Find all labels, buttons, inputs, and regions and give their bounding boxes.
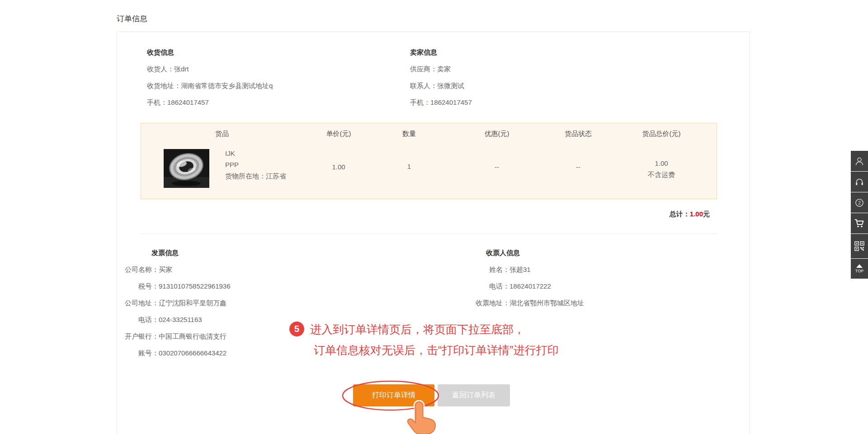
shipping-receiver-value: 张drt <box>174 65 189 73</box>
invoice-account-value: 030207066666643422 <box>159 349 226 357</box>
section-divider <box>141 233 717 234</box>
sidebar-help-button[interactable]: 2 <box>851 192 868 213</box>
receiver-name-value: 张超31 <box>509 266 531 273</box>
back-to-top-label: TOP <box>855 269 863 273</box>
invoice-taxno-value: 9131010758522961936 <box>159 282 231 290</box>
seller-contact-label: 联系人： <box>410 82 437 89</box>
help-circle-icon: 2 <box>855 198 864 207</box>
receiver-phone-value: 18624017222 <box>509 282 551 290</box>
col-header-total-price: 货品总价(元) <box>625 130 698 138</box>
invoice-bank-label: 开户银行： <box>118 331 159 341</box>
cell-total-price: 1.00 不含运费 <box>625 158 698 180</box>
invoice-bank-value: 中国工商银行临清支行 <box>159 332 226 340</box>
annotation-line-1: 进入到订单详情页后，将页面下拉至底部， <box>310 322 525 337</box>
receiver-address-row: 收票地址：湖北省鄂州市鄂城区地址 <box>469 298 584 308</box>
invoice-phone-value: 024-33251163 <box>159 316 202 323</box>
seller-supplier-label: 供应商： <box>410 65 437 73</box>
invoice-company-value: 买家 <box>159 266 172 273</box>
qrcode-icon <box>854 241 864 251</box>
cell-quantity: 1 <box>373 163 445 170</box>
shipping-phone-row: 手机：18624017457 <box>147 98 273 107</box>
shipping-receiver-row: 收货人：张drt <box>147 64 273 74</box>
invoice-info-heading: 发票信息 <box>151 248 179 258</box>
order-detail-card: 收货信息 收货人：张drt 收货地址：湖南省常德市安乡县测试地址q 手机：186… <box>117 32 750 434</box>
sidebar-service-button[interactable] <box>851 172 868 192</box>
seller-info-heading: 卖家信息 <box>410 47 472 57</box>
seller-contact-value: 张微测试 <box>437 82 464 89</box>
page-title: 订单信息 <box>117 14 147 24</box>
receiver-phone-row: 电话：18624017222 <box>469 281 584 291</box>
invoice-receiver-section: 姓名：张超31 电话：18624017222 收票地址：湖北省鄂州市鄂城区地址 <box>469 265 584 315</box>
cart-icon <box>854 219 864 229</box>
order-total: 总计：1.00元 <box>670 210 710 219</box>
svg-text:2: 2 <box>858 200 861 205</box>
col-header-goods: 货品 <box>186 130 258 138</box>
seller-phone-row: 手机：18624017457 <box>410 98 472 107</box>
shipping-address-label: 收货地址： <box>147 82 181 89</box>
receiver-name-label: 姓名： <box>469 265 509 275</box>
shipping-address-value: 湖南省常德市安乡县测试地址q <box>181 82 273 89</box>
invoice-company-label: 公司名称： <box>118 265 159 275</box>
invoice-info-section: 公司名称：买家 税号：9131010758522961936 公司地址：辽宁沈阳… <box>118 265 231 365</box>
goods-table: 货品 单价(元) 数量 优惠(元) 货品状态 货品总价(元) IJK PPP 货… <box>141 123 717 199</box>
invoice-account-row: 账号：030207066666643422 <box>118 348 231 358</box>
product-image[interactable] <box>164 149 209 188</box>
receiver-name-row: 姓名：张超31 <box>469 265 584 275</box>
seller-phone-value: 18624017457 <box>430 98 472 106</box>
shipping-address-row: 收货地址：湖南省常德市安乡县测试地址q <box>147 81 273 91</box>
shipping-receiver-label: 收货人： <box>147 65 174 73</box>
freight-note: 不含运费 <box>625 169 698 180</box>
sidebar-cart-button[interactable] <box>851 213 868 233</box>
product-location-line: 货物所在地：江苏省 <box>225 170 286 182</box>
step-number-badge: 5 <box>289 322 304 336</box>
shipping-info-heading: 收货信息 <box>147 47 273 57</box>
invoice-taxno-label: 税号： <box>118 281 159 291</box>
print-order-button[interactable]: 打印订单详情 <box>353 384 434 406</box>
total-price-value: 1.00 <box>625 158 698 169</box>
annotation-line-2: 订单信息核对无误后，击“打印订单详情”进行打印 <box>314 342 559 358</box>
invoice-receiver-heading: 收票人信息 <box>486 248 520 258</box>
receiver-phone-label: 电话： <box>469 281 509 291</box>
shipping-phone-value: 18624017457 <box>167 98 209 106</box>
product-description[interactable]: IJK PPP 货物所在地：江苏省 <box>225 148 286 182</box>
invoice-phone-label: 电话： <box>118 315 159 325</box>
col-header-unit-price: 单价(元) <box>302 130 375 138</box>
order-total-amount: 1.00 <box>690 210 703 218</box>
headset-icon <box>855 177 864 187</box>
invoice-address-label: 公司地址： <box>118 298 159 308</box>
cell-unit-price: 1.00 <box>302 163 375 171</box>
product-location-value: 江苏省 <box>266 172 286 180</box>
col-header-status: 货品状态 <box>542 130 614 138</box>
sidebar-qrcode-button[interactable] <box>851 234 868 258</box>
sidebar-user-button[interactable] <box>851 151 868 171</box>
up-arrow-icon <box>856 264 863 268</box>
invoice-bank-row: 开户银行：中国工商银行临清支行 <box>118 331 231 341</box>
shipping-info-section: 收货信息 收货人：张drt 收货地址：湖南省常德市安乡县测试地址q 手机：186… <box>147 47 273 114</box>
seller-contact-row: 联系人：张微测试 <box>410 81 472 91</box>
user-icon <box>855 157 864 166</box>
invoice-taxno-row: 税号：9131010758522961936 <box>118 281 231 291</box>
receiver-address-label: 收票地址： <box>469 298 509 308</box>
cell-discount: -- <box>461 163 533 171</box>
floating-sidebar: 2 TOP <box>851 151 868 279</box>
invoice-address-row: 公司地址：辽宁沈阳和平皇朝万鑫 <box>118 298 231 308</box>
col-header-discount: 优惠(元) <box>461 130 533 138</box>
invoice-address-value: 辽宁沈阳和平皇朝万鑫 <box>159 299 226 307</box>
order-total-unit: 元 <box>703 210 710 218</box>
invoice-company-row: 公司名称：买家 <box>118 265 231 275</box>
product-spec: PPP <box>225 159 286 170</box>
back-to-order-list-button[interactable]: 返回订单列表 <box>438 384 510 406</box>
order-total-label: 总计： <box>670 210 690 218</box>
product-location-label: 货物所在地： <box>225 172 266 180</box>
col-header-quantity: 数量 <box>373 130 445 138</box>
seller-supplier-value: 卖家 <box>437 65 451 73</box>
shipping-phone-label: 手机： <box>147 98 167 106</box>
product-name: IJK <box>225 148 286 159</box>
invoice-phone-row: 电话：024-33251163 <box>118 315 231 325</box>
seller-supplier-row: 供应商：卖家 <box>410 64 472 74</box>
cell-status: -- <box>542 163 614 171</box>
back-to-top-button[interactable]: TOP <box>851 259 868 279</box>
seller-info-section: 卖家信息 供应商：卖家 联系人：张微测试 手机：18624017457 <box>410 47 472 114</box>
invoice-account-label: 账号： <box>118 348 159 358</box>
seller-phone-label: 手机： <box>410 98 430 106</box>
